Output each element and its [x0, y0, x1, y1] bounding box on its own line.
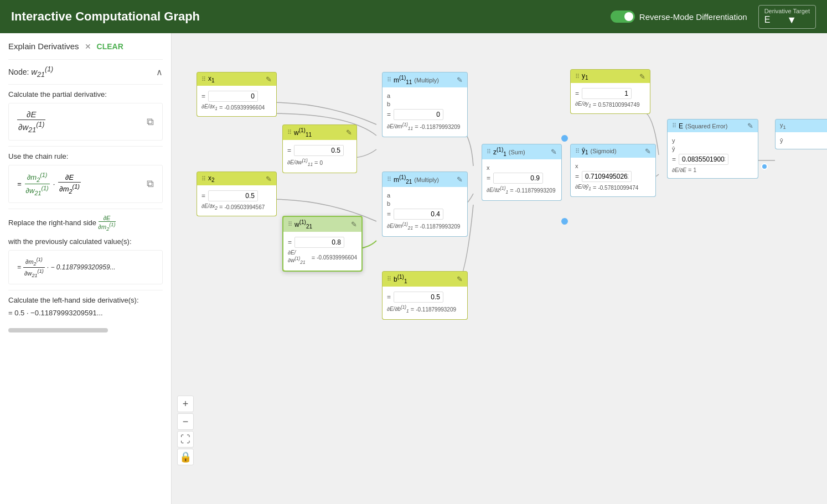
node-x2-body: = ∂E/∂x2 = -0.09503994567 [197, 185, 276, 216]
node-x1-deriv: -0.05939996604 [224, 105, 265, 111]
toggle-label: Reverse-Mode Differentiation [639, 12, 747, 22]
node-w21-edit-icon[interactable]: ✎ [351, 220, 357, 228]
explain-close-icon[interactable]: ✕ [85, 42, 91, 51]
node-m11-edit-icon[interactable]: ✎ [457, 76, 463, 84]
sub-fraction: ∂m2(1) ∂w21(1) [23, 256, 45, 279]
node-y1-value-input[interactable] [582, 88, 632, 99]
node-E-output: y1 ŷ [775, 119, 827, 149]
node-w11: ⠿ w(1)11 ✎ = ∂E/∂w(1)11 = 0 [282, 124, 357, 173]
derivative-target-value: E [764, 15, 771, 25]
node-y1-header: ⠿ y1 ✎ [571, 70, 650, 83]
zoom-in-button[interactable]: + [177, 396, 194, 412]
chain-fraction-2: ∂E ∂m2(1) [58, 173, 81, 195]
node-b1-label: b(1)1 [394, 274, 407, 284]
clear-button[interactable]: CLEAR [97, 42, 123, 51]
node-w21-deriv: -0.05939996604 [317, 254, 357, 261]
node-x2-header: ⠿ x2 ✎ [197, 172, 276, 185]
node-z1-value-input[interactable] [493, 173, 543, 184]
node-m21-label: m(1)21 [394, 174, 412, 185]
replace-text: Replace the right-hand side ∂E ∂m2(1) [8, 215, 163, 232]
node-m11-deriv: -0.11879993209 [420, 124, 461, 130]
node-m11: ⠿ m(1)11 (Multiply) ✎ a b = ∂E/∂m(1 [382, 72, 468, 137]
node-b1-value-input[interactable] [394, 292, 443, 303]
node-w11-header: ⠿ w(1)11 ✎ [283, 125, 356, 140]
node-E-value-input[interactable] [679, 154, 728, 165]
node-x2: ⠿ x2 ✎ = ∂E/∂x2 = -0.09503994567 [197, 172, 277, 216]
node-E-output-body: ŷ [776, 132, 827, 149]
node-x1-edit-icon[interactable]: ✎ [266, 75, 272, 84]
section5-text: Calculate the left-hand side derivative(… [8, 296, 163, 304]
node-yhat1-edit-icon[interactable]: ✎ [645, 147, 651, 155]
reverse-mode-toggle[interactable] [611, 11, 635, 23]
node-E-edit-icon[interactable]: ✎ [747, 122, 753, 130]
partial-derivative-formula: ∂E ∂w21(1) [17, 109, 45, 134]
node-x1-label: x1 [208, 75, 215, 84]
node-w11-label: w(1)11 [294, 127, 312, 138]
node-m11-label: m(1)11 [394, 75, 412, 85]
divider-5 [8, 290, 163, 290]
horizontal-scrollbar[interactable] [8, 328, 163, 332]
node-E-body: y ŷ = ∂E/∂E = 1 [668, 132, 758, 178]
node-name: w21(1) [31, 67, 53, 76]
substitution-formula: = ∂m2(1) ∂w21(1) · − 0.1187999320959... [17, 256, 116, 279]
copy-button-1[interactable]: ⧉ [147, 116, 154, 128]
collapse-button[interactable]: ∧ [156, 67, 163, 77]
node-E-deriv: 1 [693, 167, 696, 173]
node-yhat1-value-input[interactable] [582, 171, 632, 182]
header-controls: Reverse-Mode Differentiation Derivative … [611, 5, 816, 29]
node-x2-label: x2 [208, 174, 215, 183]
zoom-out-button[interactable]: − [177, 413, 194, 430]
node-w11-edit-icon[interactable]: ✎ [346, 128, 352, 137]
divider-3 [8, 146, 163, 147]
port-E-right [761, 163, 768, 170]
derivative-target-select[interactable]: E ▼ [764, 14, 810, 26]
node-w21-value-input[interactable] [294, 237, 344, 248]
node-label-row: Node: w21(1) ∧ [8, 65, 163, 79]
chain-rule-box: = ∂m2(1) ∂w21(1) · ∂E ∂m2(1) ⧉ [8, 165, 163, 203]
node-x2-edit-icon[interactable]: ✎ [266, 175, 272, 183]
node-z1-edit-icon[interactable]: ✎ [551, 148, 557, 156]
node-m21-edit-icon[interactable]: ✎ [457, 175, 463, 184]
node-yhat1-body: x = ∂E/∂ŷ1 = -0.57810099474 [571, 158, 655, 196]
app-title: Interactive Computational Graph [11, 9, 200, 24]
node-w21: ⠿ w(1)21 ✎ = ∂E/∂w(1)21 = -0.05939996604 [282, 216, 363, 272]
node-b1-body: = ∂E/∂b(1)1 = -0.11879993209 [383, 287, 467, 319]
explain-header: Explain Derivatives ✕ CLEAR [8, 41, 163, 51]
chain-fraction-1: ∂m2(1) ∂w21(1) [25, 171, 50, 197]
node-b1-deriv: -0.11879993209 [416, 306, 456, 313]
node-y1: ⠿ y1 ✎ = ∂E/∂y1 = 0.578100994749 [570, 69, 650, 114]
node-b1-edit-icon[interactable]: ✎ [457, 275, 463, 283]
node-x1-value-input[interactable] [208, 91, 258, 102]
node-E-label: E [679, 122, 683, 130]
node-x2-value-input[interactable] [208, 190, 258, 201]
node-x1-body: = ∂E/∂x1 = -0.05939996604 [197, 86, 276, 116]
node-b1-header: ⠿ b(1)1 ✎ [383, 272, 467, 287]
graph-area: ⠿ x1 ✎ = ∂E/∂x1 = -0.05939996604 [172, 33, 827, 504]
node-m21: ⠿ m(1)21 (Multiply) ✎ a b = ∂E/∂m(1 [382, 172, 468, 237]
derivative-target-container: Derivative Target E ▼ [758, 5, 816, 29]
node-w11-body: = ∂E/∂w(1)11 = 0 [283, 140, 356, 172]
copy-button-2[interactable]: ⧉ [147, 178, 154, 190]
node-w21-header: ⠿ w(1)21 ✎ [283, 217, 361, 232]
node-m11-value-input[interactable] [394, 109, 443, 120]
svg-point-1 [561, 218, 568, 225]
node-yhat1-deriv: -0.57810099474 [598, 185, 638, 191]
node-yhat1: ⠿ ŷ1 (Sigmoid) ✎ x = ∂E/∂ŷ1 = -0.5781009… [570, 144, 656, 197]
node-m21-body: a b = ∂E/∂m(1)21 = -0.11879993209 [383, 187, 467, 236]
node-w21-body: = ∂E/∂w(1)21 = -0.05939996604 [283, 232, 361, 270]
node-y1-edit-icon[interactable]: ✎ [639, 72, 645, 81]
node-z1: ⠿ z(1)1 (Sum) ✎ x = ∂E/∂z(1)1 = -0.11879… [482, 144, 562, 201]
node-E-output-header: y1 [776, 119, 827, 132]
node-yhat1-label: ŷ1 [582, 147, 588, 155]
node-name-display: Node: w21(1) [8, 65, 53, 79]
fit-button[interactable]: ⛶ [177, 431, 194, 448]
with-text: with the previously calculated value(s): [8, 237, 163, 246]
lock-button[interactable]: 🔒 [177, 449, 194, 465]
node-w11-value-input[interactable] [294, 145, 344, 156]
explain-title: Explain Derivatives [8, 41, 79, 51]
node-z1-deriv: -0.11879993209 [515, 188, 556, 194]
svg-point-0 [561, 135, 568, 142]
substitution-box: = ∂m2(1) ∂w21(1) · − 0.1187999320959... [8, 250, 163, 285]
node-m21-header: ⠿ m(1)21 (Multiply) ✎ [383, 172, 467, 187]
node-m21-value-input[interactable] [394, 209, 443, 220]
